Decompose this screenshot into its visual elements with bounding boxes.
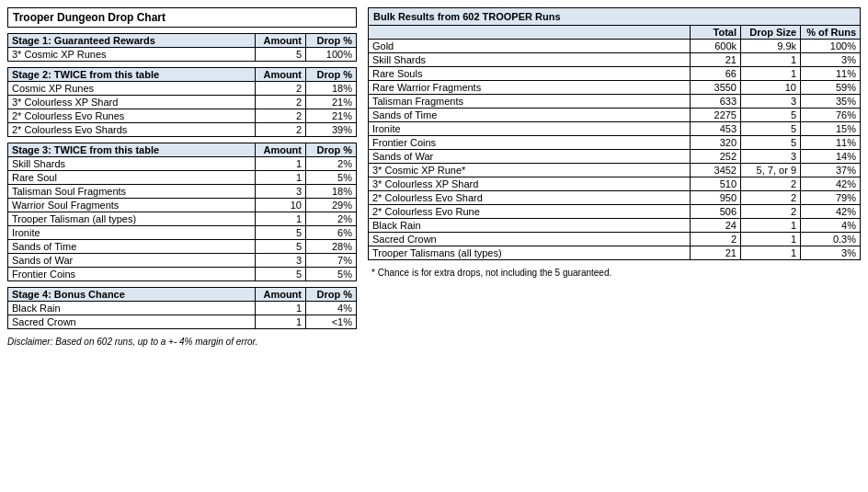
row-drop: 39% — [306, 123, 357, 137]
row-name: Frontier Coins — [8, 268, 256, 281]
stage2-col-drop: Drop % — [306, 68, 357, 82]
row-name: Ironite — [8, 226, 256, 240]
table-row: 3* Colourless XP Shard 510 2 42% — [369, 177, 861, 191]
row-name: Rare Soul — [8, 171, 256, 185]
bulk-row-total: 252 — [691, 150, 741, 164]
bulk-row-total: 453 — [691, 122, 741, 136]
table-row: 3* Cosmic XP Runes 5 100% — [8, 48, 357, 62]
stage4-col-amount: Amount — [256, 288, 306, 302]
bulk-row-pct: 3% — [801, 246, 861, 260]
stage4-col-drop: Drop % — [306, 288, 357, 302]
row-drop: 18% — [306, 82, 357, 96]
bulk-row-name: Sands of Time — [369, 109, 691, 122]
row-drop: 21% — [306, 96, 357, 109]
table-row: Rare Souls 66 1 11% — [369, 67, 861, 81]
bulk-row-total: 3550 — [691, 81, 741, 95]
bulk-row-dropsize: 10 — [741, 81, 801, 95]
bulk-row-name: 2* Colourless Evo Shard — [369, 191, 691, 205]
row-amount: 3 — [256, 254, 306, 268]
stage4-table: Stage 4: Bonus Chance Amount Drop % Blac… — [7, 287, 357, 329]
bulk-row-total: 510 — [691, 177, 741, 191]
table-row: Skill Shards 1 2% — [8, 157, 357, 171]
bulk-row-pct: 35% — [801, 95, 861, 109]
stage2-col-amount: Amount — [256, 68, 306, 82]
bulk-row-name: Rare Souls — [369, 67, 691, 81]
row-name: Sacred Crown — [8, 315, 256, 329]
table-row: Talisman Fragments 633 3 35% — [369, 95, 861, 109]
bulk-row-total: 2 — [691, 233, 741, 246]
row-drop: 6% — [306, 226, 357, 240]
main-title: Trooper Dungeon Drop Chart — [7, 7, 357, 28]
bulk-col-total: Total — [691, 26, 741, 40]
table-row: Cosmic XP Runes 2 18% — [8, 82, 357, 96]
stage4-header: Stage 4: Bonus Chance — [8, 288, 256, 302]
row-amount: 5 — [256, 48, 306, 62]
bulk-row-pct: 11% — [801, 136, 861, 150]
table-row: Sacred Crown 2 1 0.3% — [369, 233, 861, 246]
bulk-row-name: 3* Colourless XP Shard — [369, 177, 691, 191]
row-name: Black Rain — [8, 302, 256, 315]
stage3-table: Stage 3: TWICE from this table Amount Dr… — [7, 143, 357, 281]
table-row: Black Rain 24 1 4% — [369, 219, 861, 233]
row-name: Sands of Time — [8, 240, 256, 254]
bulk-row-total: 66 — [691, 67, 741, 81]
row-amount: 2 — [256, 109, 306, 123]
table-row: Warrior Soul Fragments 10 29% — [8, 199, 357, 212]
row-drop: 28% — [306, 240, 357, 254]
row-drop: <1% — [306, 315, 357, 329]
bulk-row-dropsize: 2 — [741, 191, 801, 205]
right-panel: Bulk Results from 602 TROOPER Runs Total… — [368, 7, 861, 280]
disclaimer: Disclaimer: Based on 602 runs, up to a +… — [7, 335, 357, 349]
bulk-row-dropsize: 5 — [741, 109, 801, 122]
row-amount: 10 — [256, 199, 306, 212]
bulk-row-dropsize: 9.9k — [741, 40, 801, 53]
stage3-col-drop: Drop % — [306, 143, 357, 157]
table-row: Ironite 5 6% — [8, 226, 357, 240]
table-row: 2* Colourless Evo Shards 2 39% — [8, 123, 357, 137]
table-row: Sands of Time 2275 5 76% — [369, 109, 861, 122]
bulk-row-pct: 100% — [801, 40, 861, 53]
footnote: * Chance is for extra drops, not includi… — [368, 266, 861, 280]
bulk-row-total: 950 — [691, 191, 741, 205]
bulk-row-dropsize: 3 — [741, 95, 801, 109]
row-amount: 2 — [256, 82, 306, 96]
row-name: 2* Colourless Evo Runes — [8, 109, 256, 123]
row-drop: 18% — [306, 185, 357, 199]
table-row: Black Rain 1 4% — [8, 302, 357, 315]
stage1-col-drop: Drop % — [306, 34, 357, 48]
bulk-row-dropsize: 2 — [741, 177, 801, 191]
table-row: Sands of War 252 3 14% — [369, 150, 861, 164]
row-amount: 1 — [256, 315, 306, 329]
bulk-row-total: 506 — [691, 205, 741, 219]
bulk-row-total: 633 — [691, 95, 741, 109]
bulk-row-pct: 3% — [801, 53, 861, 67]
stage2-table: Stage 2: TWICE from this table Amount Dr… — [7, 67, 357, 137]
table-row: Ironite 453 5 15% — [369, 122, 861, 136]
bulk-row-pct: 59% — [801, 81, 861, 95]
bulk-row-pct: 42% — [801, 177, 861, 191]
row-drop: 5% — [306, 268, 357, 281]
table-row: Sacred Crown 1 <1% — [8, 315, 357, 329]
left-panel: Trooper Dungeon Drop Chart Stage 1: Guar… — [7, 7, 357, 349]
row-name: Skill Shards — [8, 157, 256, 171]
bulk-row-name: Sacred Crown — [369, 233, 691, 246]
bulk-col-name — [369, 26, 691, 40]
table-row: Frontier Coins 5 5% — [8, 268, 357, 281]
bulk-row-pct: 15% — [801, 122, 861, 136]
table-row: Rare Soul 1 5% — [8, 171, 357, 185]
bulk-results-table: Bulk Results from 602 TROOPER Runs Total… — [368, 7, 861, 260]
bulk-row-name: 2* Colourless Evo Rune — [369, 205, 691, 219]
table-row: Rare Warrior Fragments 3550 10 59% — [369, 81, 861, 95]
row-amount: 2 — [256, 96, 306, 109]
bulk-row-total: 3452 — [691, 164, 741, 177]
row-amount: 1 — [256, 302, 306, 315]
bulk-col-dropsize: Drop Size — [741, 26, 801, 40]
row-drop: 2% — [306, 212, 357, 226]
row-drop: 2% — [306, 157, 357, 171]
row-drop: 100% — [306, 48, 357, 62]
table-row: 3* Colourless XP Shard 2 21% — [8, 96, 357, 109]
bulk-row-name: Rare Warrior Fragments — [369, 81, 691, 95]
row-amount: 1 — [256, 157, 306, 171]
bulk-row-name: Trooper Talismans (all types) — [369, 246, 691, 260]
bulk-row-pct: 0.3% — [801, 233, 861, 246]
